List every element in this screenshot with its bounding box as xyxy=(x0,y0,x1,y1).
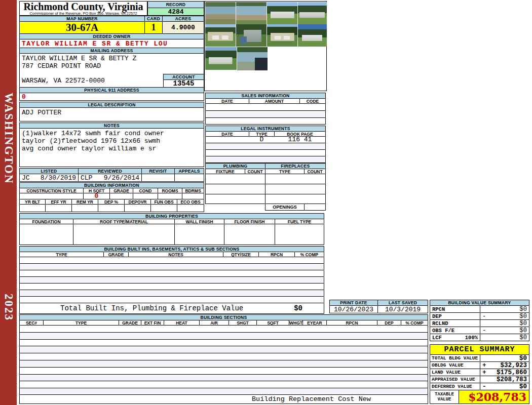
remyr-value xyxy=(71,204,98,212)
building-replacement-footer: Building Replacement Cost New xyxy=(252,395,371,403)
print-date-value: 10/26/2023 xyxy=(329,305,378,313)
property-photo-9[interactable] xyxy=(205,47,237,70)
ps-row-value: +$175,860 xyxy=(480,369,529,376)
taxable-value: $208,783 xyxy=(459,390,529,404)
openings-label: OPENINGS xyxy=(265,204,305,211)
property-photo-7[interactable] xyxy=(267,24,297,47)
plumbing-empty-rows xyxy=(205,174,265,204)
ps-row-label: TOTAL BLDG VALUE xyxy=(430,354,480,362)
appeals-value xyxy=(174,174,204,182)
building-replacement-footer-row: Building Replacement Cost New xyxy=(19,394,428,404)
mailing-line-3: WARSAW, VA 22572-0000 xyxy=(22,77,105,85)
ps-row-label: APPRAISED VALUE xyxy=(430,376,480,383)
bvs-row-value: -$0 xyxy=(480,312,529,320)
parcel-summary-header: PARCEL SUMMARY xyxy=(430,344,529,355)
ps-row-label: DEFERRED VALUE xyxy=(430,383,480,390)
legal-description-value: ADJ POTTER xyxy=(19,107,204,122)
sidebar-band: WASHINGTON 2023 xyxy=(0,0,17,405)
fireplaces-empty-rows xyxy=(265,174,326,204)
card-value: 1 xyxy=(144,21,163,34)
built-ins-total-row: Total Built Ins, Plumbing & Fireplace Va… xyxy=(19,303,324,314)
built-ins-empty-rows xyxy=(19,257,324,303)
property-photo-1[interactable] xyxy=(205,2,236,24)
county-title-box: Richmond County, Virginia Commissioner o… xyxy=(19,1,147,16)
bvs-row-value: $0 xyxy=(480,319,529,327)
listed-date: 8/30/2019 xyxy=(41,174,76,182)
sales-empty-rows xyxy=(205,103,326,125)
notes-line-2: taylor (2)fleetwood 1976 12x66 swmh xyxy=(22,137,202,145)
last-saved-value: 10/3/2019 xyxy=(377,305,428,313)
property-photo-10[interactable] xyxy=(237,47,268,70)
bvs-row-label: RCLND xyxy=(430,319,480,327)
li-row1-bookpage: 116 41 xyxy=(274,136,326,143)
ecoobs-value xyxy=(177,204,204,212)
property-photo-5[interactable] xyxy=(205,24,236,47)
bvs-row-label: DEP xyxy=(430,312,480,320)
bvs-row-value: -$0 xyxy=(480,327,529,334)
mailing-line-1: TAYLOR WILLIAM E SR & BETTY Z xyxy=(22,55,202,62)
ps-row-value: +$32,923 xyxy=(480,361,529,369)
property-photo-4[interactable] xyxy=(298,2,327,24)
listed-by: JC xyxy=(22,174,30,182)
effyr-value xyxy=(45,204,72,212)
sidebar-year-label: 2023 xyxy=(2,294,15,321)
built-ins-total-label: Total Built Ins, Plumbing & Fireplace Va… xyxy=(60,304,243,312)
ps-row-value: $0 xyxy=(480,354,529,362)
wallfinish-value xyxy=(174,224,224,245)
account-value: 13545 xyxy=(163,79,204,88)
reviewed-date: 9/26/2014 xyxy=(104,174,139,182)
ps-row-label: OBLDG VALUE xyxy=(430,361,480,369)
li-row1-type: D xyxy=(249,136,275,143)
funobs-value xyxy=(150,204,177,212)
mailing-line-2: 787 CEDAR POINT ROAD xyxy=(22,62,202,70)
photo-panel xyxy=(204,1,327,91)
deeded-owner-value: TAYLOR WILLIAM E SR & BETTY LOU xyxy=(19,39,204,48)
openings-value xyxy=(304,204,326,211)
built-ins-total-value: $0 xyxy=(294,304,302,312)
bvs-row-label: RPCN xyxy=(430,305,480,313)
reviewed-by: CLP xyxy=(81,174,92,182)
notes-line-3: avg cond owner taylor william e sr xyxy=(22,145,202,152)
county-title: Richmond County, Virginia xyxy=(20,2,147,12)
fueltype-value xyxy=(275,224,324,245)
map-number-value: 30-67A xyxy=(19,21,145,34)
foundation-value xyxy=(19,224,73,245)
yrblt-value xyxy=(19,204,46,212)
sidebar-state-label: WASHINGTON xyxy=(2,93,15,184)
depovr-value xyxy=(124,204,151,212)
physical-911-value: 0 xyxy=(19,93,204,101)
ps-row-value: $208,783 xyxy=(480,376,529,383)
acres-value: 4.9000 xyxy=(162,21,204,34)
deppct-value xyxy=(98,204,125,212)
listed-value: JC 8/30/2019 xyxy=(19,174,79,182)
ps-row-label: LAND VALUE xyxy=(430,369,480,376)
bvs-row-value: $0 xyxy=(480,305,529,313)
reviewed-value: CLP 9/26/2014 xyxy=(78,174,142,182)
record-value: 4284 xyxy=(147,8,204,16)
floorfinish-value xyxy=(224,224,275,245)
property-photo-8[interactable] xyxy=(298,24,327,47)
record-header: RECORD xyxy=(147,1,204,8)
roof-value xyxy=(73,224,175,245)
notes-line-1: (1)walker 14x72 swmh fair cond owner xyxy=(22,130,202,137)
property-photo-6[interactable] xyxy=(236,24,267,47)
bvs-row-value: $0 xyxy=(480,334,529,341)
bvs-row-label: LCF100% xyxy=(430,334,480,341)
notes-box: (1)walker 14x72 swmh fair cond owner tay… xyxy=(19,128,204,167)
property-photo-2[interactable] xyxy=(236,2,267,24)
ps-row-value: -$0 xyxy=(480,383,529,390)
taxable-value-label: TAXABLE VALUE xyxy=(430,390,459,404)
revisit-value xyxy=(141,174,175,182)
county-subtitle: Commissioner of the Revenue, PO Box 366,… xyxy=(20,12,147,16)
property-photo-3[interactable] xyxy=(267,2,297,24)
bvs-row-label: OBS F/E xyxy=(430,327,480,334)
building-sections-empty-rows xyxy=(19,325,428,395)
